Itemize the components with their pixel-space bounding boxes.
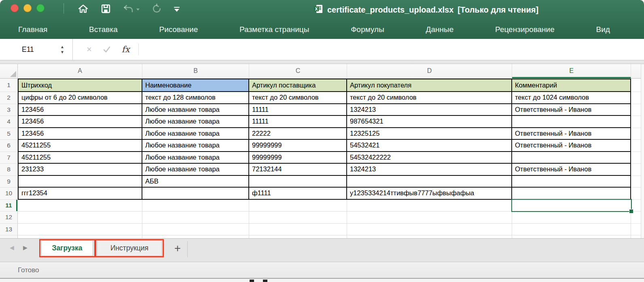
cell-C5[interactable]: 22222	[249, 128, 347, 140]
ribbon-tab-review[interactable]: Рецензирование	[495, 25, 555, 34]
cell-B4[interactable]: Любое название товара	[142, 116, 249, 128]
row-header-7[interactable]: 7	[0, 152, 18, 164]
cell-A1[interactable]: Штрихкод	[18, 79, 142, 92]
cell-C2[interactable]: текст до 20 символов	[249, 92, 347, 104]
cell-E3[interactable]: Ответственный - Иванов	[512, 104, 631, 116]
cell-B13[interactable]	[142, 224, 249, 236]
cell-D4[interactable]: 987654321	[347, 116, 512, 128]
cell-E1[interactable]: Комментарий	[512, 79, 631, 92]
row-header-1[interactable]: 1	[0, 79, 18, 92]
cell-C10[interactable]: ф1111	[249, 188, 347, 200]
enter-icon[interactable]	[102, 45, 111, 53]
cell-A10[interactable]: ггг12354	[18, 188, 142, 200]
cell-C8[interactable]: 72132144	[249, 164, 347, 176]
cancel-icon[interactable]: ×	[87, 44, 92, 55]
cell-D11[interactable]	[347, 200, 512, 212]
cell-A9[interactable]	[18, 176, 142, 188]
cell-B7[interactable]: Любое название товара	[142, 152, 249, 164]
row-header-12[interactable]: 12	[0, 212, 18, 224]
cell-B8[interactable]: Любое название товара	[142, 164, 249, 176]
selection-box-E11[interactable]	[511, 199, 632, 212]
collapse-ribbon-icon[interactable]	[174, 7, 180, 12]
cell-A4[interactable]: 123456	[18, 116, 142, 128]
row-header-3[interactable]: 3	[0, 104, 18, 116]
row-header-4[interactable]: 4	[0, 116, 18, 128]
cell-C1[interactable]: Артикул поставщика	[249, 79, 347, 92]
sheet-prev-icon[interactable]: ◀	[10, 244, 14, 251]
cell-C13[interactable]	[249, 224, 347, 236]
cell-D2[interactable]: текст до 20 символов	[347, 92, 512, 104]
column-header-e[interactable]: E	[512, 64, 631, 78]
ribbon-tab-page-layout[interactable]: Разметка страницы	[239, 25, 309, 34]
cell-D1[interactable]: Артикул покупателя	[347, 79, 512, 92]
add-sheet-button[interactable]: +	[172, 239, 184, 257]
cell-B1[interactable]: Наименование	[142, 79, 249, 92]
insert-function-icon[interactable]: fx	[122, 45, 130, 54]
cell-E7[interactable]	[512, 152, 631, 164]
cell-E10[interactable]	[512, 188, 631, 200]
cell-A7[interactable]: 45211255	[18, 152, 142, 164]
redo-icon[interactable]	[152, 4, 162, 15]
row-header-9[interactable]: 9	[0, 176, 18, 188]
cell-C4[interactable]: 11111	[249, 116, 347, 128]
cell-A2[interactable]: цифры от 6 до 20 символов	[18, 92, 142, 104]
stepper-up-icon[interactable]: ▲	[60, 45, 64, 49]
ribbon-tab-data[interactable]: Данные	[426, 25, 454, 34]
cell-E8[interactable]: Ответственный - Иванов	[512, 164, 631, 176]
cell-D12[interactable]	[347, 212, 512, 224]
formula-input[interactable]	[139, 39, 644, 60]
row-header-6[interactable]: 6	[0, 140, 18, 152]
cell-E13[interactable]	[512, 224, 631, 236]
ribbon-tab-home[interactable]: Главная	[18, 25, 47, 34]
cell-A11[interactable]	[18, 200, 142, 212]
cell-A8[interactable]: 231233	[18, 164, 142, 176]
cell-B6[interactable]: Любое название товара	[142, 140, 249, 152]
cell-C7[interactable]: 99999999	[249, 152, 347, 164]
column-header-d[interactable]: D	[347, 64, 512, 78]
vertical-scrollbar-track[interactable]	[641, 64, 644, 238]
cell-E9[interactable]	[512, 176, 631, 188]
cell-E5[interactable]: Ответственный - Иванов	[512, 128, 631, 140]
cell-A6[interactable]: 45211255	[18, 140, 142, 152]
column-header-c[interactable]: C	[249, 64, 347, 78]
ribbon-tab-draw[interactable]: Рисование	[159, 25, 198, 34]
save-icon[interactable]	[101, 4, 111, 15]
row-header-2[interactable]: 2	[0, 92, 18, 104]
cell-D6[interactable]: 54532421	[347, 140, 512, 152]
cell-C3[interactable]: 11111	[249, 104, 347, 116]
ribbon-tab-view[interactable]: Вид	[596, 25, 610, 34]
zoom-button[interactable]	[36, 4, 44, 12]
row-header-10[interactable]: 10	[0, 188, 18, 200]
cell-E2[interactable]: текст до 1024 символов	[512, 92, 631, 104]
cell-E4[interactable]	[512, 116, 631, 128]
undo-dropdown-icon[interactable]	[136, 9, 140, 11]
cell-E6[interactable]: Ответственный - Иванов	[512, 140, 631, 152]
ribbon-tab-formulas[interactable]: Формулы	[351, 25, 384, 34]
cell-D9[interactable]	[347, 176, 512, 188]
cell-B11[interactable]	[142, 200, 249, 212]
cell-C11[interactable]	[249, 200, 347, 212]
cell-C12[interactable]	[249, 212, 347, 224]
cell-B2[interactable]: текст до 128 символов	[142, 92, 249, 104]
home-icon[interactable]	[78, 4, 89, 15]
cell-C9[interactable]	[249, 176, 347, 188]
cell-D13[interactable]	[347, 224, 512, 236]
fill-handle[interactable]	[629, 209, 633, 214]
cell-A13[interactable]	[18, 224, 142, 236]
ribbon-tab-insert[interactable]: Вставка	[89, 25, 118, 34]
cell-A12[interactable]	[18, 212, 142, 224]
sheet-next-icon[interactable]: ▶	[23, 244, 28, 251]
cell-B10[interactable]	[142, 188, 249, 200]
cell-D10[interactable]: у1235334214ттивфыв7777ыфвыфафыа	[347, 188, 512, 200]
row-header-13[interactable]: 13	[0, 224, 18, 236]
cell-A5[interactable]: 123456	[18, 128, 142, 140]
cell-B9[interactable]: АБВ	[142, 176, 249, 188]
column-header-b[interactable]: B	[142, 64, 249, 78]
stepper-down-icon[interactable]: ▼	[60, 50, 64, 54]
name-box[interactable]: E11 ▲ ▼	[0, 39, 73, 60]
cell-D7[interactable]: 54532422222	[347, 152, 512, 164]
name-box-stepper[interactable]: ▲ ▼	[60, 45, 64, 54]
select-all-corner[interactable]	[0, 64, 18, 78]
cell-B12[interactable]	[142, 212, 249, 224]
cell-A3[interactable]: 123456	[18, 104, 142, 116]
